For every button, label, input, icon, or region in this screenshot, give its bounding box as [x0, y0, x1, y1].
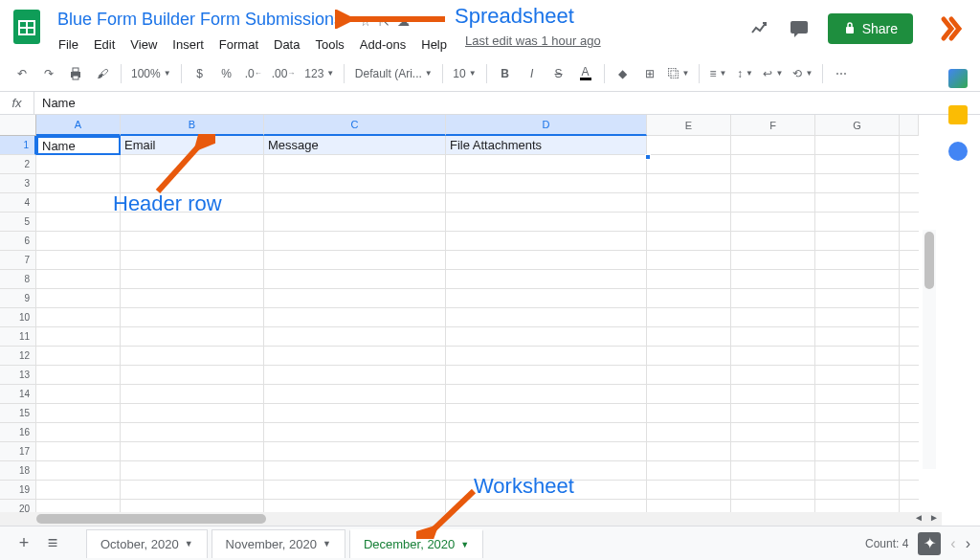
cell-C3[interactable] — [264, 174, 446, 193]
cell-B8[interactable] — [121, 270, 264, 289]
cell-A10[interactable] — [36, 308, 121, 327]
row-header-19[interactable]: 19 — [0, 481, 36, 500]
menu-add-ons[interactable]: Add-ons — [353, 34, 412, 56]
row-header-1[interactable]: 1 — [0, 136, 36, 155]
cell-B5[interactable] — [121, 213, 264, 232]
cell-F17[interactable] — [731, 442, 815, 461]
cell-B11[interactable] — [121, 327, 264, 347]
doc-title[interactable]: Blue Form Builder Form Submissions — [52, 8, 348, 32]
row-header-11[interactable]: 11 — [0, 327, 36, 347]
menu-data[interactable]: Data — [267, 34, 306, 56]
fill-color-button[interactable]: ◆ — [611, 61, 635, 86]
row-header-16[interactable]: 16 — [0, 423, 36, 442]
col-header-E[interactable]: E — [647, 115, 731, 136]
cell-A13[interactable] — [36, 366, 121, 385]
cell-F8[interactable] — [731, 270, 815, 289]
cell-C2[interactable] — [264, 155, 446, 174]
cell-G3[interactable] — [815, 174, 900, 193]
cell-F14[interactable] — [731, 385, 815, 404]
row-header-18[interactable]: 18 — [0, 461, 36, 481]
menu-insert[interactable]: Insert — [166, 34, 211, 56]
row-header-8[interactable]: 8 — [0, 270, 36, 289]
italic-button[interactable]: I — [520, 61, 545, 86]
cell-F16[interactable] — [731, 423, 815, 442]
cell-G19[interactable] — [815, 481, 900, 500]
cell-G12[interactable] — [815, 347, 900, 366]
cell-E17[interactable] — [647, 442, 731, 461]
vertical-scrollbar[interactable] — [923, 230, 936, 469]
cell-D6[interactable] — [446, 232, 647, 251]
cell-G15[interactable] — [815, 404, 900, 423]
cell-A12[interactable] — [36, 347, 121, 366]
cell-G8[interactable] — [815, 270, 900, 289]
cell-C17[interactable] — [264, 442, 446, 461]
cell-G6[interactable] — [815, 232, 900, 251]
cell-F2[interactable] — [731, 155, 815, 174]
tabs-scroll-left[interactable]: ‹ — [950, 535, 955, 552]
cell-E5[interactable] — [647, 213, 731, 232]
comments-icon[interactable] — [788, 17, 811, 40]
cell-E19[interactable] — [647, 481, 731, 500]
cell-G13[interactable] — [815, 366, 900, 385]
cell-B18[interactable] — [121, 461, 264, 481]
cell-E8[interactable] — [647, 270, 731, 289]
cell-D3[interactable] — [446, 174, 647, 193]
paint-format-button[interactable]: 🖌 — [90, 61, 115, 86]
more-toolbar-button[interactable]: ⋯ — [829, 61, 854, 86]
sheets-logo[interactable] — [8, 8, 46, 46]
row-header-4[interactable]: 4 — [0, 193, 36, 213]
cell-F13[interactable] — [731, 366, 815, 385]
row-header-14[interactable]: 14 — [0, 385, 36, 404]
cell-A1[interactable]: Name — [36, 136, 121, 155]
star-icon[interactable]: ☆ — [360, 14, 371, 29]
cell-C10[interactable] — [264, 308, 446, 327]
wrap-button[interactable]: ↩▼ — [759, 61, 787, 86]
col-header-D[interactable]: D — [446, 115, 647, 136]
cell-E10[interactable] — [647, 308, 731, 327]
zoom-dropdown[interactable]: 100%▼ — [127, 61, 175, 86]
row-header-7[interactable]: 7 — [0, 251, 36, 270]
cell-G9[interactable] — [815, 289, 900, 308]
cell-F5[interactable] — [731, 213, 815, 232]
cell-E12[interactable] — [647, 347, 731, 366]
cell-E3[interactable] — [647, 174, 731, 193]
cell-B13[interactable] — [121, 366, 264, 385]
cell-A7[interactable] — [36, 251, 121, 270]
col-header-G[interactable]: G — [815, 115, 900, 136]
print-button[interactable] — [63, 61, 88, 86]
cell-C8[interactable] — [264, 270, 446, 289]
cell-D8[interactable] — [446, 270, 647, 289]
row-header-2[interactable]: 2 — [0, 155, 36, 174]
cell-D4[interactable] — [446, 193, 647, 213]
cell-A4[interactable] — [36, 193, 121, 213]
cell-C1[interactable]: Message — [264, 136, 446, 155]
col-header-B[interactable]: B — [121, 115, 264, 136]
cell-E15[interactable] — [647, 404, 731, 423]
cell-A8[interactable] — [36, 270, 121, 289]
menu-help[interactable]: Help — [414, 34, 454, 56]
cell-F10[interactable] — [731, 308, 815, 327]
cell-G16[interactable] — [815, 423, 900, 442]
cell-C9[interactable] — [264, 289, 446, 308]
row-header-3[interactable]: 3 — [0, 174, 36, 193]
cell-D19[interactable] — [446, 481, 647, 500]
decrease-decimal-button[interactable]: .0← — [241, 61, 266, 86]
cell-D7[interactable] — [446, 251, 647, 270]
cell-E16[interactable] — [647, 423, 731, 442]
cell-E1[interactable] — [647, 136, 731, 155]
strike-button[interactable]: S — [546, 61, 571, 86]
cell-C15[interactable] — [264, 404, 446, 423]
more-formats-dropdown[interactable]: 123▼ — [301, 61, 338, 86]
redo-button[interactable]: ↷ — [36, 61, 61, 86]
move-icon[interactable]: ⇱ — [379, 14, 390, 29]
cell-E18[interactable] — [647, 461, 731, 481]
cell-D1[interactable]: File Attachments — [446, 136, 647, 155]
extension-logo[interactable] — [938, 13, 969, 44]
cell-E2[interactable] — [647, 155, 731, 174]
cell-C13[interactable] — [264, 366, 446, 385]
cell-F12[interactable] — [731, 347, 815, 366]
cell-F9[interactable] — [731, 289, 815, 308]
cell-C4[interactable] — [264, 193, 446, 213]
cell-D16[interactable] — [446, 423, 647, 442]
row-header-12[interactable]: 12 — [0, 347, 36, 366]
